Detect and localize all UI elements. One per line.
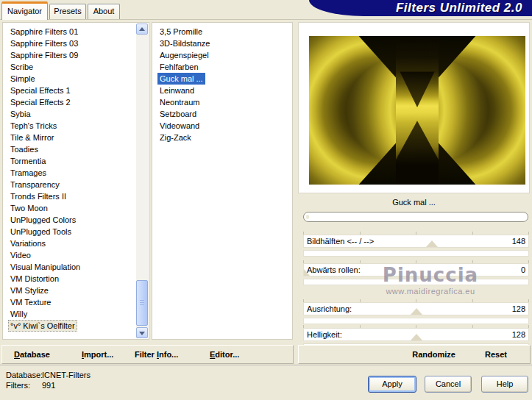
category-list-item[interactable]: Simple — [3, 73, 134, 85]
category-label: UnPlugged Colors — [8, 214, 78, 226]
category-list-item[interactable]: Special Effects 2 — [3, 96, 134, 108]
slider-bar[interactable]: Abwärts rollen: 0 — [303, 263, 529, 276]
slider-track[interactable] — [303, 279, 529, 285]
category-list-item[interactable]: VM Texture — [3, 296, 134, 308]
slider-label: Abwärts rollen: — [307, 265, 361, 274]
category-list-item[interactable]: UnPlugged Tools — [3, 226, 134, 238]
category-label: Special Effects 1 — [8, 85, 73, 96]
window-title: Filters Unlimited 2.0 — [396, 0, 522, 16]
filters-unlimited-dialog: Navigator Presets About Filters Unlimite… — [0, 0, 532, 400]
category-label: Toadies — [8, 143, 40, 155]
slider-label: Helligkeit: — [307, 330, 342, 339]
category-label: Scribe — [8, 61, 35, 73]
filter-list-item[interactable]: 3,5 Promille — [152, 26, 292, 38]
category-label: VM Distortion — [8, 273, 61, 285]
help-button[interactable]: Help — [481, 376, 528, 393]
category-list-item[interactable]: Willy — [3, 308, 134, 320]
scroll-up-icon — [139, 27, 145, 31]
category-list-item[interactable]: Scribe — [3, 61, 134, 73]
filter-list[interactable]: 3,5 Promille 3D-Bildstanze Augenspiegel … — [152, 22, 293, 340]
slider-label: Ausrichtung: — [307, 304, 352, 313]
slider-bar[interactable]: Helligkeit: 128 — [303, 328, 529, 341]
slider-thumb[interactable] — [411, 308, 422, 315]
status-database-value: ICNET-Filters — [42, 371, 91, 379]
slider-value: 128 — [512, 330, 525, 339]
category-list-item[interactable]: Sapphire Filters 01 — [3, 26, 134, 38]
category-list-item[interactable]: Video — [3, 249, 134, 261]
filter-label: Setzboard — [157, 108, 199, 120]
scrollbar-thumb[interactable] — [136, 280, 148, 326]
filter-list-item[interactable]: Augenspiegel — [152, 49, 292, 61]
filter-list-item[interactable]: Leinwand — [152, 85, 292, 96]
slider-thumb[interactable] — [303, 269, 310, 276]
filter-list-item[interactable]: Videowand — [152, 120, 292, 132]
status-filters-label: Filters: — [6, 381, 30, 390]
status-database-label: Database: — [6, 371, 43, 379]
filter-list-item[interactable]: Zig-Zack — [152, 132, 292, 143]
scroll-down-icon — [139, 332, 145, 335]
apply-button[interactable]: Apply — [368, 376, 416, 393]
cancel-button[interactable]: Cancel — [425, 376, 472, 393]
filter-label: Neontraum — [157, 96, 202, 108]
category-list-item[interactable]: Visual Manipulation — [3, 261, 134, 273]
database-button[interactable]: Database — [14, 346, 50, 363]
category-list-item[interactable]: °v° Kiwi`s Oelfilter — [3, 320, 134, 332]
category-label: Simple — [8, 73, 38, 85]
filter-list-item[interactable]: Fehlfarben — [152, 61, 292, 73]
tab[interactable]: About — [88, 4, 120, 19]
category-list-item[interactable]: Two Moon — [3, 202, 134, 214]
category-label: Variations — [8, 238, 48, 249]
slider-track[interactable] — [303, 250, 529, 257]
filter-list-item[interactable]: Guck mal ... — [152, 73, 292, 85]
slider-bar[interactable]: Ausrichtung: 128 — [303, 302, 529, 315]
category-list-item[interactable]: Tronds Filters II — [3, 190, 134, 202]
category-list-item[interactable]: Tormentia — [3, 155, 134, 167]
tab[interactable]: Presets — [49, 4, 86, 19]
category-list-item[interactable]: Variations — [3, 238, 134, 249]
category-label: Video — [8, 249, 33, 261]
filter-label: Augenspiegel — [157, 49, 211, 61]
category-list-item[interactable]: UnPlugged Colors — [3, 214, 134, 226]
selected-filter-name: Guck mal ... — [298, 197, 530, 208]
reset-button[interactable]: Reset — [485, 346, 507, 363]
slider-thumb[interactable] — [411, 334, 422, 340]
category-list-item[interactable]: Sybia — [3, 108, 134, 120]
filter-list-item[interactable]: Setzboard — [152, 108, 292, 120]
category-label: Sybia — [8, 108, 33, 120]
category-list-item[interactable]: Sapphire Filters 03 — [3, 38, 134, 49]
category-label: Willy — [8, 308, 29, 320]
category-label: VM Stylize — [8, 285, 51, 296]
category-list-item[interactable]: Tile & Mirror — [3, 132, 134, 143]
import-button[interactable]: Import... — [82, 346, 113, 363]
category-list-item[interactable]: VM Stylize — [3, 285, 134, 296]
slider-bar[interactable]: Bildhälften <-- / --> 148 — [303, 235, 529, 248]
filter-info-button[interactable]: Filter Info... — [135, 346, 178, 363]
slider-track[interactable] — [303, 318, 529, 324]
slider-thumb[interactable] — [426, 240, 438, 247]
category-label: Visual Manipulation — [8, 261, 82, 273]
category-list-item[interactable]: Toadies — [3, 143, 134, 155]
category-label: Transparency — [8, 179, 62, 190]
parameter-sliders: Bildhälften <-- / --> 148 Abwärts rollen… — [303, 232, 529, 350]
category-list-item[interactable]: Tramages — [3, 167, 134, 179]
category-list-item[interactable]: Transparency — [3, 179, 134, 190]
scroll-up-button[interactable] — [136, 24, 148, 35]
editor-button[interactable]: Editor... — [210, 346, 239, 363]
navigator-category-list[interactable]: Sapphire Filters 01 Sapphire Filters 03 … — [2, 22, 149, 340]
category-list-item[interactable]: Sapphire Filters 09 — [3, 49, 134, 61]
scroll-down-button[interactable] — [136, 327, 148, 338]
slider-label: Bildhälften <-- / --> — [307, 237, 374, 246]
preview-center-column — [396, 36, 439, 185]
navigator-scrollbar[interactable] — [136, 24, 148, 338]
category-list-item[interactable]: Special Effects 1 — [3, 85, 134, 96]
toolbar-left: Database Import... Filter Info... Editor… — [1, 345, 294, 364]
randomize-button[interactable]: Randomize — [412, 346, 455, 363]
filter-list-item[interactable]: Neontraum — [152, 96, 292, 108]
category-list-item[interactable]: VM Distortion — [3, 273, 134, 285]
category-label: Two Moon — [8, 202, 50, 214]
filter-list-item[interactable]: 3D-Bildstanze — [152, 38, 292, 49]
category-list-item[interactable]: Teph's Tricks — [3, 120, 134, 132]
category-label: Sapphire Filters 01 — [8, 26, 80, 38]
category-label: Special Effects 2 — [8, 96, 73, 108]
tab[interactable]: Navigator — [1, 1, 48, 20]
